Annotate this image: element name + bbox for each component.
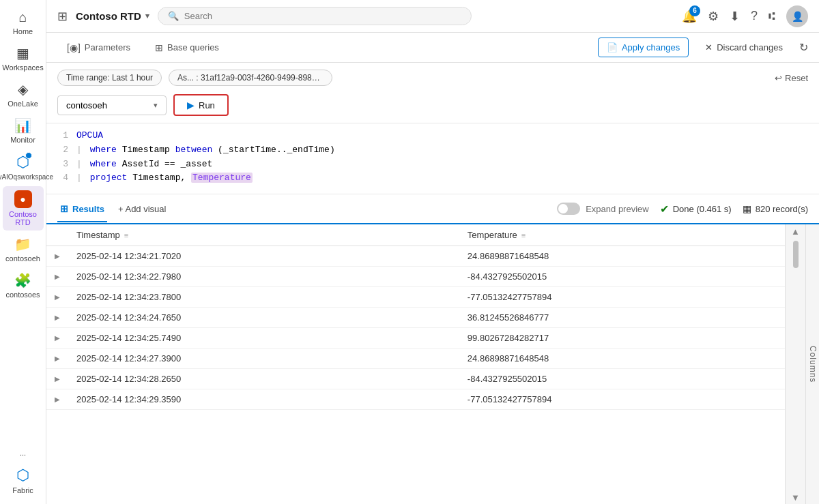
help-button[interactable]: ? bbox=[751, 9, 758, 23]
sidebar-item-fabric[interactable]: ⬡ Fabric bbox=[3, 462, 44, 499]
avatar[interactable]: 👤 bbox=[786, 5, 808, 27]
results-tab[interactable]: ⊞ Results bbox=[57, 196, 107, 222]
table-row[interactable]: ▶ 2025-02-14 12:34:21.7020 24.8689887164… bbox=[46, 246, 785, 267]
add-visual-button[interactable]: + Add visual bbox=[118, 204, 166, 214]
asset-filter[interactable]: As... : 31af12a9-003f-4260-9499-898b0... bbox=[169, 70, 332, 86]
columns-panel[interactable]: Columns bbox=[805, 224, 819, 504]
table-row[interactable]: ▶ 2025-02-14 12:34:29.3590 -77.051324277… bbox=[46, 389, 785, 410]
table-row[interactable]: ▶ 2025-02-14 12:34:25.7490 99.8026728428… bbox=[46, 328, 785, 349]
workspace-icon: ⬡ bbox=[16, 153, 29, 171]
table-row[interactable]: ▶ 2025-02-14 12:34:22.7980 -84.432792550… bbox=[46, 267, 785, 287]
top-bar-right: 🔔 6 ⚙ ⬇ ? ⑆ 👤 bbox=[682, 5, 808, 27]
code-line-4: 4 | project Timestamp, Temperature bbox=[57, 171, 808, 186]
query-controls: contosoeh ▾ ▶ Run bbox=[57, 94, 808, 116]
app-grid-icon[interactable]: ⊞ bbox=[57, 9, 68, 24]
done-icon: ✔ bbox=[660, 203, 669, 216]
cell-timestamp: 2025-02-14 12:34:22.7980 bbox=[68, 267, 459, 287]
sidebar-item-home[interactable]: ⌂ Home bbox=[3, 5, 44, 40]
cell-temperature: -84.4327925502015 bbox=[459, 267, 785, 287]
results-tab-icon: ⊞ bbox=[60, 203, 68, 214]
expand-preview-toggle[interactable]: Expand preview bbox=[557, 203, 649, 215]
table-row[interactable]: ▶ 2025-02-14 12:34:27.3900 24.8689887164… bbox=[46, 349, 785, 369]
sidebar-item-contosoeh[interactable]: 📁 contosoeh bbox=[3, 232, 44, 267]
column-header-temperature[interactable]: Temperature ≡ bbox=[459, 224, 785, 246]
sort-icon-temperature[interactable]: ≡ bbox=[521, 231, 526, 239]
row-expand-icon[interactable]: ▶ bbox=[46, 349, 68, 369]
base-queries-tab-icon: ⊞ bbox=[155, 42, 163, 53]
cell-timestamp: 2025-02-14 12:34:23.7800 bbox=[68, 287, 459, 308]
toggle-switch[interactable] bbox=[557, 203, 580, 215]
fabric-icon: ⬡ bbox=[16, 466, 29, 484]
sort-icon-timestamp[interactable]: ≡ bbox=[124, 231, 128, 239]
workspaces-icon: ▦ bbox=[16, 45, 29, 61]
records-label: 820 record(s) bbox=[756, 204, 808, 214]
table-row[interactable]: ▶ 2025-02-14 12:34:28.2650 -84.432792550… bbox=[46, 369, 785, 389]
settings-icon: ⚙ bbox=[708, 9, 719, 24]
done-label: Done (0.461 s) bbox=[673, 204, 732, 214]
avatar-initial: 👤 bbox=[792, 11, 803, 22]
cell-temperature: -84.4327925502015 bbox=[459, 369, 785, 389]
sidebar-item-more[interactable]: ... bbox=[3, 445, 44, 461]
sidebar-item-myaioqsworkspace[interactable]: ⬡ myAIOqsworkspace bbox=[3, 149, 44, 185]
table-row[interactable]: ▶ 2025-02-14 12:34:24.7650 36.8124552684… bbox=[46, 308, 785, 328]
discard-changes-button[interactable]: ✕ Discard changes bbox=[697, 38, 791, 57]
expand-preview-label: Expand preview bbox=[586, 204, 649, 214]
row-expand-icon[interactable]: ▶ bbox=[46, 369, 68, 389]
row-expand-icon[interactable]: ▶ bbox=[46, 308, 68, 328]
sidebar-item-contoso-rtd[interactable]: ● Contoso RTD bbox=[3, 186, 44, 231]
sidebar-item-monitor[interactable]: 📊 Monitor bbox=[3, 113, 44, 148]
sidebar: ⌂ Home ▦ Workspaces ◈ OneLake 📊 Monitor … bbox=[0, 0, 46, 504]
sidebar-item-contosoes[interactable]: 🧩 contosoes bbox=[3, 268, 44, 303]
row-expand-icon[interactable]: ▶ bbox=[46, 246, 68, 267]
row-expand-icon[interactable]: ▶ bbox=[46, 328, 68, 349]
tab-parameters[interactable]: [◉] Parameters bbox=[57, 38, 140, 57]
cell-timestamp: 2025-02-14 12:34:28.2650 bbox=[68, 369, 459, 389]
time-range-filter[interactable]: Time range: Last 1 hour bbox=[57, 70, 162, 86]
apply-changes-icon: 📄 bbox=[607, 42, 618, 53]
cell-timestamp: 2025-02-14 12:34:29.3590 bbox=[68, 389, 459, 410]
sidebar-item-label: Home bbox=[13, 27, 33, 35]
notification-button[interactable]: 🔔 6 bbox=[682, 9, 697, 24]
search-bar[interactable]: 🔍 bbox=[158, 7, 472, 25]
app-name-chevron: ▾ bbox=[145, 12, 149, 20]
scrollbar-down[interactable]: ▼ bbox=[786, 490, 805, 504]
base-queries-tab-label: Base queries bbox=[167, 42, 219, 53]
reset-button[interactable]: ↩ Reset bbox=[775, 73, 808, 83]
results-tab-label: Results bbox=[72, 204, 104, 214]
settings-button[interactable]: ⚙ bbox=[708, 9, 719, 24]
download-icon: ⬇ bbox=[730, 9, 740, 24]
workspace: [◉] Parameters ⊞ Base queries 📄 Apply ch… bbox=[46, 33, 819, 504]
add-visual-label: + Add visual bbox=[118, 204, 166, 214]
discard-icon: ✕ bbox=[705, 42, 713, 53]
scrollbar-up[interactable]: ▲ bbox=[786, 224, 805, 238]
database-selector[interactable]: contosoeh ▾ bbox=[57, 95, 167, 115]
share-button[interactable]: ⑆ bbox=[768, 10, 775, 23]
refresh-button[interactable]: ↻ bbox=[799, 41, 808, 54]
table-row[interactable]: ▶ 2025-02-14 12:34:23.7800 -77.051324277… bbox=[46, 287, 785, 308]
run-button[interactable]: ▶ Run bbox=[173, 94, 229, 116]
app-name[interactable]: Contoso RTD ▾ bbox=[76, 10, 149, 22]
results-right: Expand preview ✔ Done (0.461 s) ▦ 820 re… bbox=[557, 203, 808, 216]
download-button[interactable]: ⬇ bbox=[730, 9, 740, 24]
contosoeh-icon: 📁 bbox=[14, 236, 31, 252]
apply-changes-button[interactable]: 📄 Apply changes bbox=[598, 38, 689, 57]
db-select-chevron: ▾ bbox=[154, 101, 158, 110]
more-label: ... bbox=[20, 449, 26, 457]
sidebar-item-onelake[interactable]: ◈ OneLake bbox=[3, 77, 44, 112]
column-header-timestamp[interactable]: Timestamp ≡ bbox=[68, 224, 459, 246]
reset-icon: ↩ bbox=[775, 73, 782, 83]
onelake-icon: ◈ bbox=[18, 81, 28, 98]
run-icon: ▶ bbox=[187, 100, 195, 110]
code-editor[interactable]: 1 OPCUA 2 | where Timestamp between (_st… bbox=[46, 123, 819, 194]
tab-base-queries[interactable]: ⊞ Base queries bbox=[145, 38, 229, 57]
row-expand-icon[interactable]: ▶ bbox=[46, 389, 68, 410]
tab-actions: 📄 Apply changes ✕ Discard changes ↻ bbox=[598, 38, 808, 57]
row-expand-icon[interactable]: ▶ bbox=[46, 287, 68, 308]
sidebar-item-workspaces[interactable]: ▦ Workspaces bbox=[3, 41, 44, 76]
code-line-1: 1 OPCUA bbox=[57, 129, 808, 143]
code-line-2: 2 | where Timestamp between (_startTime.… bbox=[57, 143, 808, 158]
cell-temperature: 36.81245526846777 bbox=[459, 308, 785, 328]
row-expand-icon[interactable]: ▶ bbox=[46, 267, 68, 287]
search-input[interactable] bbox=[184, 11, 461, 21]
sidebar-item-label: OneLake bbox=[8, 100, 38, 108]
